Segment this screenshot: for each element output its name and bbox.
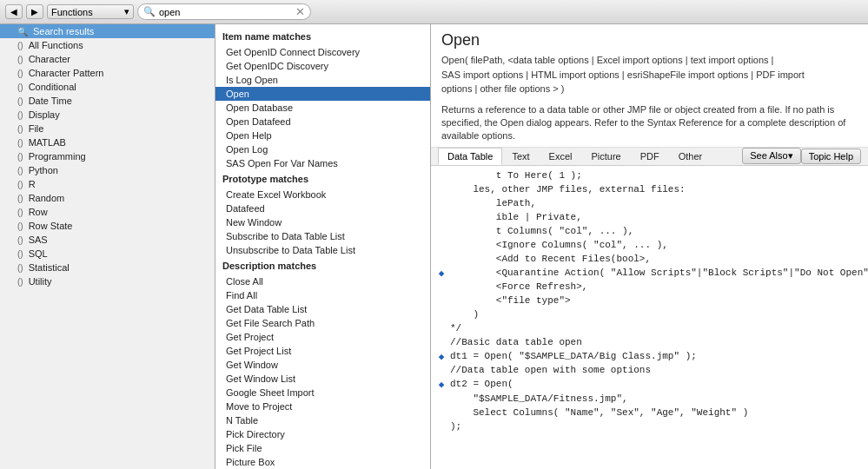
mid-item[interactable]: Unsubscribe to Data Table List: [215, 243, 430, 257]
left-item-display[interactable]: ()Display: [0, 108, 215, 122]
left-item-label: Search results: [33, 26, 94, 36]
code-area: t To Here( 1 ); les, other JMP files, ex…: [431, 166, 868, 469]
see-also-button[interactable]: See Also▾: [742, 148, 800, 164]
code-line: les, other JMP files, external files:: [431, 183, 868, 197]
mid-item[interactable]: Get Window List: [215, 372, 430, 386]
back-button[interactable]: ◀: [5, 4, 23, 19]
mid-item[interactable]: Pick File: [215, 441, 430, 455]
code-line: "$SAMPLE_DATA/Fitness.jmp",: [431, 393, 868, 406]
left-item-prefix: (): [17, 249, 23, 259]
mid-item[interactable]: Create Excel Workbook: [215, 188, 430, 201]
code-content: lePath,: [448, 197, 865, 210]
mid-item[interactable]: Pick Directory: [215, 427, 430, 441]
mid-item[interactable]: Get OpenID Connect Discovery: [215, 45, 430, 59]
tab-picture[interactable]: Picture: [581, 148, 630, 165]
left-item-conditional[interactable]: ()Conditional: [0, 80, 215, 94]
left-item-prefix: (): [17, 83, 23, 92]
left-item-label: All Functions: [29, 40, 83, 50]
code-content: t To Here( 1 );: [448, 169, 865, 182]
mid-item[interactable]: Close All: [215, 274, 430, 288]
code-gutter: [434, 239, 448, 240]
search-input[interactable]: [159, 7, 295, 17]
code-gutter: [434, 211, 448, 212]
code-gutter: [434, 420, 448, 421]
left-item-prefix: (): [17, 235, 23, 245]
mid-item[interactable]: Get OpenIDC Discovery: [215, 59, 430, 73]
mid-item[interactable]: Open Datafeed: [215, 115, 430, 129]
forward-button[interactable]: ▶: [26, 4, 43, 19]
left-item-label: Statistical: [29, 262, 70, 273]
left-item-prefix: (): [17, 41, 23, 50]
mid-item[interactable]: Get Data Table List: [215, 302, 430, 316]
tab-other[interactable]: Other: [669, 148, 712, 165]
code-line: Select Columns( "Name", "Sex", "Age", "W…: [431, 406, 868, 420]
mid-item[interactable]: Picture Box: [215, 455, 430, 469]
mid-item[interactable]: Move to Project: [215, 400, 430, 413]
left-item-utility[interactable]: ()Utility: [0, 274, 215, 288]
code-gutter: [434, 393, 448, 393]
left-item-character[interactable]: ()Character: [0, 52, 215, 66]
left-item-prefix: (): [17, 138, 23, 148]
left-item-search-results[interactable]: 🔍Search results: [0, 24, 215, 38]
mid-item[interactable]: Is Log Open: [215, 73, 430, 87]
code-content: dt1 = Open( "$SAMPLE_DATA/Big Class.jmp"…: [448, 350, 865, 363]
left-item-random[interactable]: ()Random: [0, 191, 215, 205]
code-diamond-gutter: ◆: [434, 378, 448, 392]
left-item-programming[interactable]: ()Programming: [0, 149, 215, 163]
tabs-row: Data TableTextExcelPicturePDFOtherSee Al…: [431, 148, 868, 166]
left-item-statistical[interactable]: ()Statistical: [0, 261, 215, 274]
tab-text[interactable]: Text: [502, 148, 539, 165]
left-item-file[interactable]: ()File: [0, 122, 215, 135]
left-item-all-functions[interactable]: ()All Functions: [0, 38, 215, 52]
mid-item[interactable]: Find All: [215, 288, 430, 302]
left-item-matlab[interactable]: ()MATLAB: [0, 135, 215, 149]
tab-pdf[interactable]: PDF: [631, 148, 669, 165]
mid-item[interactable]: N Table: [215, 413, 430, 427]
left-item-prefix: (): [17, 55, 23, 64]
mid-item[interactable]: Get Project: [215, 330, 430, 344]
left-item-sql[interactable]: ()SQL: [0, 247, 215, 261]
code-line: <Ignore Columns( "col", ... ),: [431, 239, 868, 253]
left-item-date-time[interactable]: ()Date Time: [0, 94, 215, 108]
mid-item[interactable]: Open Database: [215, 101, 430, 115]
code-line: t To Here( 1 );: [431, 169, 868, 183]
code-content: //Basic data table open: [448, 336, 865, 349]
left-item-row-state[interactable]: ()Row State: [0, 219, 215, 233]
mid-item[interactable]: Subscribe to Data Table List: [215, 229, 430, 243]
mid-item[interactable]: SAS Open For Var Names: [215, 156, 430, 170]
mid-item[interactable]: New Window: [215, 215, 430, 229]
left-item-label: Conditional: [29, 82, 76, 92]
mid-item[interactable]: Google Sheet Import: [215, 386, 430, 400]
code-gutter: [434, 183, 448, 184]
code-line: */: [431, 322, 868, 336]
code-content: les, other JMP files, external files:: [448, 183, 865, 196]
code-line: ◆dt2 = Open(: [431, 378, 868, 392]
mid-item[interactable]: Open Log: [215, 142, 430, 156]
code-gutter: [434, 322, 448, 323]
left-item-r[interactable]: ()R: [0, 177, 215, 191]
search-clear-button[interactable]: ✕: [295, 5, 305, 18]
left-item-label: Character: [29, 54, 70, 64]
left-item-python[interactable]: ()Python: [0, 163, 215, 177]
topic-help-button[interactable]: Topic Help: [801, 149, 861, 164]
left-item-row[interactable]: ()Row: [0, 205, 215, 219]
code-gutter: [434, 225, 448, 226]
left-item-prefix: (): [17, 277, 23, 287]
left-item-character-pattern[interactable]: ()Character Pattern: [0, 66, 215, 80]
code-line: t Columns( "col", ... ),: [431, 225, 868, 239]
mid-item[interactable]: Open Help: [215, 129, 430, 142]
mid-item[interactable]: Datafeed: [215, 201, 430, 215]
left-item-label: Display: [29, 109, 60, 120]
tab-excel[interactable]: Excel: [540, 148, 582, 165]
mid-item[interactable]: Open: [215, 87, 430, 101]
code-content: Select Columns( "Name", "Sex", "Age", "W…: [448, 406, 865, 419]
left-item-label: MATLAB: [29, 137, 66, 148]
left-item-prefix: (): [17, 194, 23, 203]
tab-data-table[interactable]: Data Table: [438, 148, 502, 165]
mid-item[interactable]: Get Window: [215, 358, 430, 372]
functions-dropdown[interactable]: Functions ▾: [47, 4, 134, 19]
left-item-prefix: (): [17, 124, 23, 134]
mid-item[interactable]: Get File Search Path: [215, 316, 430, 330]
mid-item[interactable]: Get Project List: [215, 344, 430, 358]
left-item-sas[interactable]: ()SAS: [0, 233, 215, 247]
